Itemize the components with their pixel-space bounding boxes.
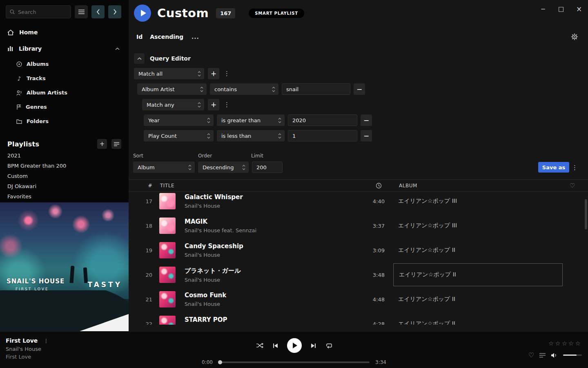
dropdown-value: Match any	[147, 102, 174, 108]
sidebar: Home Library Albums ♪ Tracks Album A	[0, 0, 129, 331]
rating-stars[interactable]: ☆☆☆☆☆	[548, 340, 582, 347]
collapse-query-editor-button[interactable]	[134, 53, 145, 64]
save-as-button[interactable]: Save as	[538, 162, 569, 173]
seek-bar[interactable]	[218, 361, 370, 363]
table-row[interactable]: 21 Cosmo Funk Snail's House 4:48 エイリアン☆ポ…	[129, 287, 588, 312]
add-rule-button[interactable]: +	[208, 99, 219, 110]
playlist-item[interactable]: 2021	[0, 150, 129, 161]
remove-rule-button[interactable]: −	[361, 114, 372, 126]
column-album[interactable]: ALBUM	[399, 183, 417, 188]
sort-direction-button[interactable]: Ascending	[150, 34, 183, 40]
player-right-icons: ♡	[528, 351, 582, 359]
more-options-button[interactable]: ...	[192, 34, 199, 40]
sidebar-item-album-artists[interactable]: Album Artists	[0, 85, 129, 100]
play-pause-button[interactable]	[287, 338, 302, 353]
rule-value-input[interactable]	[282, 83, 350, 95]
column-index[interactable]: #	[141, 183, 152, 188]
forward-button[interactable]	[108, 5, 121, 18]
playlist-item[interactable]: Custom	[0, 171, 129, 181]
menu-button[interactable]	[75, 5, 88, 18]
group-menu-icon[interactable]: ⋮	[224, 70, 230, 77]
sidebar-item-genres[interactable]: Genres	[0, 100, 129, 114]
playlist-item[interactable]: BPM Greater than 200	[0, 161, 129, 171]
seek-handle[interactable]	[218, 360, 222, 364]
table-row[interactable]: 20 プラネット・ガール Snail's House 3:48 エイリアン☆ポッ…	[129, 263, 588, 287]
match-mode-dropdown[interactable]: Match any	[142, 99, 204, 110]
home-icon	[7, 29, 14, 36]
dropdown-value: Album	[138, 164, 155, 171]
sidebar-item-home[interactable]: Home	[0, 24, 129, 40]
track-duration: 3:37	[358, 223, 385, 229]
sort-field-button[interactable]: Id	[136, 34, 143, 40]
playlist-item[interactable]: Favorites	[0, 191, 129, 202]
sort-dropdown[interactable]: Album	[133, 162, 195, 173]
save-menu-icon[interactable]: ⋮	[572, 164, 578, 171]
artwork-figure	[70, 266, 75, 283]
back-button[interactable]	[91, 5, 105, 18]
app-window: Home Library Albums ♪ Tracks Album A	[0, 0, 588, 368]
minimize-button[interactable]: −	[534, 0, 552, 18]
previous-track-icon[interactable]	[273, 343, 278, 348]
play-icon	[293, 343, 297, 348]
track-title: プラネット・ガール	[185, 267, 241, 275]
table-row[interactable]: 18 MAGIK Snail's House feat. Sennzai 3:3…	[129, 213, 588, 238]
add-rule-button[interactable]: +	[208, 68, 219, 79]
track-artist: Snail's House feat. Sennzai	[185, 227, 256, 233]
limit-input[interactable]	[252, 162, 283, 173]
maximize-button[interactable]: □	[552, 0, 570, 18]
add-playlist-button[interactable]: +	[97, 139, 107, 149]
artwork-text: SNAIL'S HOUSE FIRST LOVE	[7, 278, 65, 291]
match-mode-dropdown[interactable]: Match all	[134, 68, 204, 79]
updown-chevrons-icon	[207, 118, 210, 123]
playlist-item[interactable]: DJ Okawari	[0, 181, 129, 191]
sidebar-item-folders[interactable]: Folders	[0, 114, 129, 128]
sidebar-item-label: Album Artists	[27, 90, 67, 96]
rule-operator-dropdown[interactable]: is less than	[217, 130, 285, 141]
settings-gear-icon[interactable]	[571, 33, 578, 40]
favorite-column-heart-icon[interactable]: ♡	[570, 182, 575, 189]
rule-value-input[interactable]	[288, 114, 357, 126]
order-dropdown[interactable]: Descending	[198, 162, 249, 173]
vertical-scrollbar[interactable]	[585, 199, 587, 229]
window-controls: − □ ×	[534, 0, 588, 18]
group-menu-icon[interactable]: ⋮	[224, 101, 230, 108]
rule-field-dropdown[interactable]: Year	[144, 114, 214, 126]
table-row[interactable]: 22 STARRY POP Snail's House 4:28 エイリアン☆ポ…	[129, 312, 588, 325]
remove-rule-button[interactable]: −	[354, 83, 365, 95]
flag-icon	[16, 104, 21, 110]
favorite-heart-icon[interactable]: ♡	[528, 351, 534, 359]
sidebar-item-tracks[interactable]: ♪ Tracks	[0, 71, 129, 85]
album-art-thumbnail	[159, 316, 176, 325]
duration-column-clock-icon[interactable]	[376, 183, 382, 189]
rule-operator-dropdown[interactable]: is greater than	[217, 114, 285, 126]
volume-icon[interactable]	[551, 352, 558, 358]
sidebar-item-library[interactable]: Library	[0, 40, 129, 57]
rule-field-dropdown[interactable]: Album Artist	[137, 83, 207, 95]
search-input[interactable]	[18, 9, 63, 15]
remove-rule-button[interactable]: −	[361, 130, 372, 141]
shuffle-icon[interactable]	[256, 343, 264, 348]
album-art-thumbnail	[159, 242, 176, 258]
next-track-icon[interactable]	[311, 343, 316, 348]
column-title[interactable]: TITLE	[160, 183, 174, 188]
rule-field-dropdown[interactable]: Play Count	[144, 130, 214, 141]
track-duration: 3:09	[358, 247, 385, 254]
track-album-selected-cell[interactable]: エイリアン☆ポップ II	[393, 263, 563, 286]
play-playlist-button[interactable]	[134, 4, 151, 22]
rule-value-input[interactable]	[288, 130, 357, 141]
close-button[interactable]: ×	[570, 0, 588, 18]
now-playing-artwork[interactable]: SNAIL'S HOUSE FIRST LOVE TASTY	[0, 202, 129, 331]
table-row[interactable]: 17 Galactic Whisper Snail's House 4:40 エ…	[129, 192, 588, 213]
track-number: 18	[141, 223, 152, 229]
sidebar-item-albums[interactable]: Albums	[0, 57, 129, 71]
query-rule: Year is greater than −	[144, 114, 588, 126]
table-row[interactable]: 19 Candy Spaceship Snail's House 3:09 エイ…	[129, 238, 588, 263]
rule-operator-dropdown[interactable]: contains	[210, 83, 278, 95]
chevron-up-icon[interactable]	[115, 47, 120, 50]
queue-icon[interactable]	[539, 353, 546, 358]
repeat-icon[interactable]	[325, 343, 332, 348]
playlist-list-button[interactable]	[111, 139, 121, 149]
search-box[interactable]	[6, 5, 71, 18]
album-art-thumbnail	[159, 291, 176, 307]
volume-slider[interactable]	[563, 355, 582, 356]
